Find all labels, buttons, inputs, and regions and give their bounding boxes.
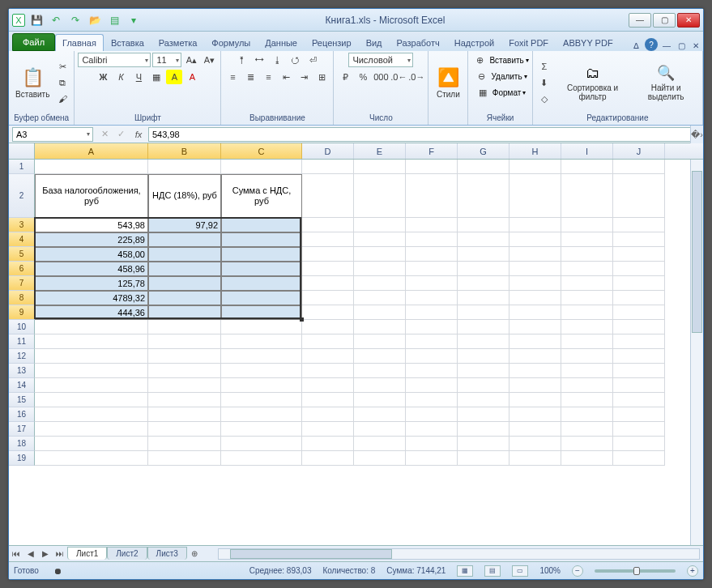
- cell-E8[interactable]: [354, 291, 406, 305]
- cell-B6[interactable]: [148, 262, 221, 276]
- cell-G8[interactable]: [458, 291, 509, 305]
- cell-H18[interactable]: [509, 437, 561, 451]
- col-header-I[interactable]: I: [561, 143, 613, 159]
- cell-G11[interactable]: [458, 334, 509, 349]
- cell-J17[interactable]: [613, 422, 665, 437]
- wrap-text-icon[interactable]: ⏎: [305, 53, 321, 67]
- cell-A19[interactable]: [35, 451, 148, 466]
- delete-cells-icon[interactable]: ⊖: [473, 69, 489, 83]
- tab-formulas[interactable]: Формулы: [204, 34, 258, 51]
- cell-E17[interactable]: [354, 422, 406, 437]
- cell-F13[interactable]: [406, 364, 458, 378]
- orientation-icon[interactable]: ⭯: [287, 53, 303, 67]
- find-select-button[interactable]: 🔍 Найти и выделить: [633, 62, 699, 103]
- cell-I19[interactable]: [561, 451, 613, 466]
- cell-I10[interactable]: [561, 320, 613, 334]
- cell-B3[interactable]: 97,92: [148, 218, 221, 232]
- row-header-7[interactable]: 7: [9, 276, 35, 291]
- cell-J19[interactable]: [613, 451, 665, 466]
- tab-insert[interactable]: Вставка: [104, 34, 151, 51]
- cell-H17[interactable]: [509, 422, 561, 437]
- cell-A6[interactable]: 458,96: [35, 262, 148, 276]
- qat-more-icon[interactable]: ▾: [126, 12, 142, 28]
- cell-B14[interactable]: [148, 378, 221, 393]
- cell-H12[interactable]: [509, 349, 561, 364]
- cell-C2[interactable]: Сумма с НДС, руб: [221, 174, 302, 218]
- row-header-10[interactable]: 10: [9, 320, 35, 334]
- increase-indent-icon[interactable]: ⇥: [296, 70, 312, 84]
- sheet-nav-next-icon[interactable]: ▶: [38, 549, 53, 558]
- cell-J13[interactable]: [613, 364, 665, 378]
- col-header-J[interactable]: J: [613, 143, 665, 159]
- cell-A4[interactable]: 225,89: [35, 232, 148, 247]
- format-cells-icon[interactable]: ▦: [475, 85, 491, 100]
- currency-icon[interactable]: ₽: [337, 70, 353, 84]
- col-header-H[interactable]: H: [509, 143, 561, 159]
- tab-file[interactable]: Файл: [12, 33, 55, 51]
- formula-input[interactable]: 543,98: [148, 127, 690, 142]
- cell-C7[interactable]: [221, 276, 302, 291]
- col-header-A[interactable]: A: [35, 143, 148, 159]
- cell-C16[interactable]: [221, 407, 302, 422]
- cell-C5[interactable]: [221, 247, 302, 262]
- cell-C1[interactable]: [221, 160, 302, 174]
- cell-A15[interactable]: [35, 393, 148, 407]
- cell-G6[interactable]: [458, 262, 509, 276]
- col-header-C[interactable]: C: [221, 143, 302, 159]
- cell-F18[interactable]: [406, 437, 458, 451]
- select-all-corner[interactable]: [9, 143, 35, 159]
- cell-J16[interactable]: [613, 407, 665, 422]
- cell-C17[interactable]: [221, 422, 302, 437]
- cell-G5[interactable]: [458, 247, 509, 262]
- cell-A2[interactable]: База налогообложения, руб: [35, 174, 148, 218]
- row-header-16[interactable]: 16: [9, 407, 35, 422]
- tab-home[interactable]: Главная: [55, 34, 104, 51]
- number-format-combo[interactable]: Числовой: [348, 53, 413, 67]
- cell-D11[interactable]: [302, 334, 354, 349]
- row-header-11[interactable]: 11: [9, 334, 35, 349]
- row-header-6[interactable]: 6: [9, 262, 35, 276]
- cell-B9[interactable]: [148, 305, 221, 320]
- decrease-indent-icon[interactable]: ⇤: [278, 70, 294, 84]
- fx-icon[interactable]: fx: [129, 130, 148, 139]
- cell-C6[interactable]: [221, 262, 302, 276]
- col-header-E[interactable]: E: [354, 143, 406, 159]
- fill-icon[interactable]: ⬇: [536, 75, 552, 90]
- cell-I3[interactable]: [561, 218, 613, 232]
- cell-F7[interactable]: [406, 276, 458, 291]
- col-header-G[interactable]: G: [458, 143, 509, 159]
- zoom-thumb[interactable]: [633, 567, 640, 575]
- align-left-icon[interactable]: ≡: [224, 70, 241, 84]
- align-center-icon[interactable]: ≣: [242, 70, 258, 84]
- cell-F11[interactable]: [406, 334, 458, 349]
- cell-F12[interactable]: [406, 349, 458, 364]
- cell-C18[interactable]: [221, 437, 302, 451]
- zoom-slider[interactable]: [595, 569, 676, 573]
- insert-cells-icon[interactable]: ⊕: [471, 53, 488, 67]
- cell-F19[interactable]: [406, 451, 458, 466]
- cell-A17[interactable]: [35, 422, 148, 437]
- cell-G10[interactable]: [458, 320, 509, 334]
- macro-record-icon[interactable]: ⏺: [50, 564, 66, 578]
- name-box[interactable]: A3: [12, 127, 93, 142]
- tab-layout[interactable]: Разметка: [151, 34, 205, 51]
- clear-icon[interactable]: ◇: [536, 92, 552, 106]
- row-header-14[interactable]: 14: [9, 378, 35, 393]
- cell-H15[interactable]: [509, 393, 561, 407]
- cell-G13[interactable]: [458, 364, 509, 378]
- cell-D8[interactable]: [302, 291, 354, 305]
- cell-A5[interactable]: 458,00: [35, 247, 148, 262]
- cell-C10[interactable]: [221, 320, 302, 334]
- cell-H8[interactable]: [509, 291, 561, 305]
- cell-B16[interactable]: [148, 407, 221, 422]
- fill-handle[interactable]: [300, 317, 304, 322]
- format-painter-icon[interactable]: 🖌: [54, 92, 70, 106]
- font-name-combo[interactable]: Calibri: [78, 53, 151, 67]
- fill-color-icon[interactable]: A: [166, 70, 182, 84]
- hscroll-thumb[interactable]: [230, 549, 392, 559]
- cell-F2[interactable]: [406, 174, 458, 218]
- cell-H10[interactable]: [509, 320, 561, 334]
- cell-I18[interactable]: [561, 437, 613, 451]
- cell-G4[interactable]: [458, 232, 509, 247]
- cell-J8[interactable]: [613, 291, 665, 305]
